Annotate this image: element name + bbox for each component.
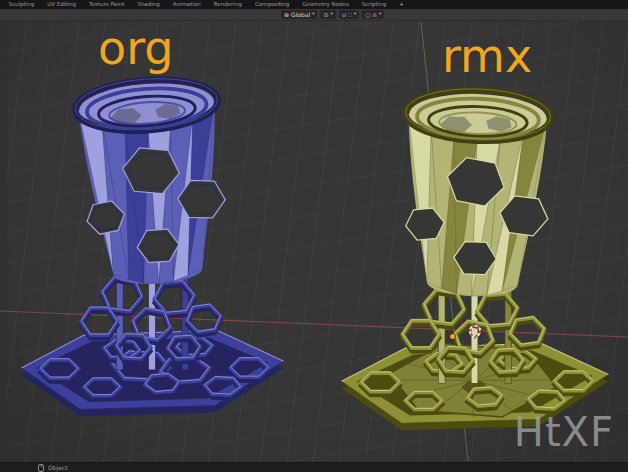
3d-cursor-icon	[467, 323, 483, 339]
snap-target-icon: ∷	[348, 12, 352, 18]
pivot-point-selector[interactable]: ⊙ ▾	[320, 10, 335, 19]
status-mode-label: Object	[48, 465, 68, 471]
model-label-org[interactable]: org	[98, 25, 173, 71]
mouse-icon	[38, 464, 44, 472]
transform-orientation-selector[interactable]: ⊕ Global ▾	[281, 10, 317, 19]
workspace-tab-sculpting[interactable]: Sculpting	[2, 0, 41, 9]
workspace-tab-bar: SculptingUV EditingTexture PaintShadingA…	[0, 0, 628, 9]
chevron-down-icon: ▾	[379, 12, 381, 17]
model-rmx[interactable]	[330, 86, 620, 438]
workspace-tab-compositing[interactable]: Compositing	[248, 0, 295, 9]
transform-orientation-label: Global	[291, 12, 310, 18]
status-bar: Object	[0, 462, 628, 472]
snap-magnet-icon: ∪	[342, 12, 346, 18]
workspace-tab-scripting[interactable]: Scripting	[355, 0, 392, 9]
workspace-tab-uv-editing[interactable]: UV Editing	[41, 0, 83, 9]
viewport-header-controls: ⊕ Global ▾ ⊙ ▾ ∪ ∷ ▾ ○ ∩ ▾	[281, 10, 384, 19]
watermark-text: HtXF	[514, 412, 614, 452]
chevron-down-icon: ▾	[312, 12, 314, 17]
falloff-curve-icon: ∩	[372, 12, 376, 18]
workspace-tab-rendering[interactable]: Rendering	[207, 0, 248, 9]
workspace-tab-animation[interactable]: Animation	[166, 0, 207, 9]
proportional-editing-icon: ○	[365, 12, 370, 18]
object-origin-dot	[450, 334, 455, 339]
add-workspace-button[interactable]: +	[393, 0, 411, 9]
model-label-rmx[interactable]: rmx	[442, 33, 532, 79]
pivot-point-icon: ⊙	[323, 12, 328, 18]
transform-orientation-gizmo-icon: ⊕	[284, 12, 289, 18]
viewport-3d[interactable]: org rmx HtXF	[0, 21, 628, 462]
model-org[interactable]	[10, 76, 295, 424]
blender-window: SculptingUV EditingTexture PaintShadingA…	[0, 0, 628, 472]
chevron-down-icon: ▾	[354, 12, 356, 17]
workspace-tab-texture-paint[interactable]: Texture Paint	[82, 0, 131, 9]
workspace-tab-shading[interactable]: Shading	[131, 0, 166, 9]
snapping-controls[interactable]: ∪ ∷ ▾	[339, 10, 360, 19]
proportional-editing-controls[interactable]: ○ ∩ ▾	[362, 10, 384, 19]
workspace-tab-geometry-nodes[interactable]: Geometry Nodes	[296, 0, 355, 9]
viewport-header: ⊕ Global ▾ ⊙ ▾ ∪ ∷ ▾ ○ ∩ ▾	[0, 9, 628, 21]
chevron-down-icon: ▾	[330, 12, 332, 17]
